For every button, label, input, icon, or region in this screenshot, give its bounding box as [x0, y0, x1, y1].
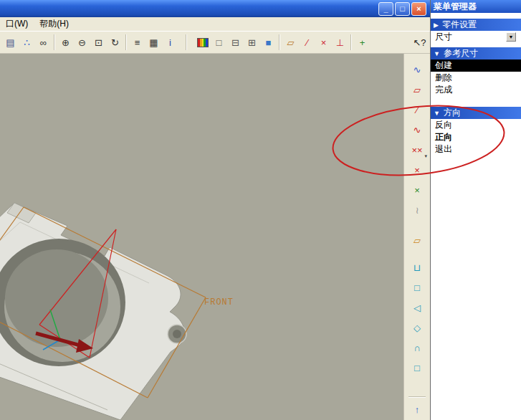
color-palette-icon[interactable]: [194, 34, 211, 51]
rib-icon[interactable]: □: [408, 359, 426, 376]
csys-toggle-icon[interactable]: ⊥: [332, 34, 348, 51]
menu-item-dimension-label: 尺寸: [435, 31, 452, 43]
menu-window[interactable]: 口(W): [6, 18, 28, 30]
dropdown-icon[interactable]: ▼: [506, 32, 516, 42]
expanded-arrow-icon: ▼: [434, 110, 440, 117]
spin-center-toggle-icon[interactable]: +: [354, 34, 371, 51]
menu-header-part-setup[interactable]: ▶ 零件设置: [431, 19, 521, 31]
scroll-up-glyph: ↑: [415, 404, 420, 415]
menu-item-done[interactable]: 完成: [431, 84, 521, 96]
context-help-icon[interactable]: ↖?: [411, 34, 428, 51]
datum-axis-glyph: ≀: [416, 205, 419, 216]
menu-header-direction-label: 方向: [444, 107, 461, 119]
blend-icon[interactable]: ◇: [408, 319, 426, 336]
model-canvas[interactable]: FRONT: [0, 54, 403, 420]
extrude-icon[interactable]: ⊔: [408, 259, 426, 276]
extrude-glyph: ⊔: [414, 262, 421, 273]
datum-curve-icon[interactable]: ∿: [408, 61, 426, 78]
menu-manager-panel: 菜单管理器 ▶ 零件设置 尺寸 ▼ ▼ 参考尺寸 创建 删除 完成 ▼ 方向 反…: [430, 0, 521, 420]
layer-glyph: ≡: [135, 37, 140, 48]
app-screen: _ □ × 口(W) 帮助(H) ▤ ∴ ∞ ⊕ ⊖ ⊡ ↻ ≡ ▦ i □ ⊟…: [0, 0, 521, 420]
menu-header-ref-dimension[interactable]: ▼ 参考尺寸: [431, 47, 521, 59]
model-viewport: FRONT: [0, 54, 403, 420]
reorient-glyph: ↻: [111, 37, 119, 48]
hidden-line-display-icon[interactable]: ⊟: [227, 34, 244, 51]
sweep-glyph: ◁: [414, 302, 421, 313]
chevron-down-icon[interactable]: ▾: [424, 153, 427, 159]
datum-point-toggle-icon[interactable]: ×: [315, 34, 332, 51]
menu-item-dimension[interactable]: 尺寸 ▼: [431, 31, 521, 43]
menu-item-quit[interactable]: 退出: [431, 143, 521, 156]
spin-center-glyph: +: [360, 37, 365, 48]
datum-axis-glyph: ∕: [306, 37, 307, 48]
no-hidden-display-icon[interactable]: ⊞: [244, 34, 260, 51]
datum-point-glyph: ×: [321, 37, 327, 48]
menu-header-ref-dimension-label: 参考尺寸: [444, 47, 478, 59]
find-icon[interactable]: ∞: [35, 34, 52, 51]
find-glyph: ∞: [40, 37, 47, 48]
datum-csys-icon[interactable]: ×: [408, 161, 426, 178]
rib-glyph: □: [414, 363, 420, 373]
collapsed-arrow-icon: ▶: [434, 22, 439, 29]
wireframe-glyph: □: [216, 37, 222, 48]
menu-item-reverse[interactable]: 反向: [431, 119, 521, 131]
revolve-glyph: □: [414, 282, 420, 293]
sweep-icon[interactable]: ◁: [408, 299, 426, 316]
zoom-in-icon[interactable]: ⊕: [57, 34, 74, 51]
main-titlebar[interactable]: _ □ ×: [0, 0, 430, 17]
spacer: [431, 13, 521, 19]
datum-plane-toggle-icon[interactable]: ▱: [282, 34, 299, 51]
datum-axis-icon[interactable]: ≀: [408, 201, 426, 219]
info-icon[interactable]: i: [162, 34, 178, 51]
datum-axis-toggle-icon[interactable]: ∕: [299, 34, 315, 51]
blend-glyph: ◇: [414, 323, 421, 333]
spacer: [431, 96, 521, 107]
sketch-point-icon[interactable]: ××▾: [408, 141, 426, 158]
close-button[interactable]: ×: [411, 2, 426, 16]
menu-manager-titlebar[interactable]: 菜单管理器: [431, 0, 521, 13]
surface-icon[interactable]: ▱: [408, 232, 426, 249]
shaded-display-icon[interactable]: ■: [260, 34, 277, 51]
wireframe-display-icon[interactable]: □: [211, 34, 227, 51]
sketch-spline-glyph: ∿: [414, 125, 421, 135]
minimize-button[interactable]: _: [378, 2, 393, 16]
view-manager-icon[interactable]: ▦: [145, 34, 162, 51]
round-glyph: ∩: [414, 343, 420, 353]
menubar: 口(W) 帮助(H): [0, 17, 430, 31]
workarea: FRONT ∿ ▱ ∕ ∿ ××▾ × × ≀ ▱ ⊔ □ ◁ ◇ ∩ □ ↑: [0, 54, 430, 420]
restore-button[interactable]: □: [395, 2, 410, 16]
menu-item-delete[interactable]: 删除: [431, 72, 521, 84]
menu-item-create[interactable]: 创建: [431, 59, 521, 72]
menu-header-direction[interactable]: ▼ 方向: [431, 107, 521, 119]
scroll-up-icon[interactable]: ↑: [408, 401, 426, 418]
toolbar-separator: [350, 34, 352, 50]
front-datum-label: FRONT: [204, 297, 234, 307]
menu-help[interactable]: 帮助(H): [39, 18, 69, 30]
sketch-spline-icon[interactable]: ∿: [408, 121, 426, 138]
lobe-hole-inner: [173, 330, 181, 338]
print-glyph: ▤: [6, 37, 14, 48]
round-icon[interactable]: ∩: [408, 339, 426, 356]
surface-glyph: ▱: [414, 235, 421, 246]
datum-plane-glyph: ▱: [287, 37, 295, 48]
refit-glyph: ⊡: [95, 37, 102, 48]
layer-icon[interactable]: ≡: [129, 34, 145, 51]
revolve-icon[interactable]: □: [408, 279, 426, 296]
datum-point-icon[interactable]: ×: [408, 181, 426, 199]
refit-icon[interactable]: ⊡: [90, 34, 107, 51]
feature-toolbar: ∿ ▱ ∕ ∿ ××▾ × × ≀ ▱ ⊔ □ ◁ ◇ ∩ □ ↑: [403, 54, 430, 420]
zoom-out-icon[interactable]: ⊖: [74, 34, 90, 51]
hidden-line-glyph: ⊟: [231, 37, 239, 48]
sketch-line-glyph: ∕: [416, 105, 418, 115]
zoom-in-glyph: ⊕: [62, 37, 70, 48]
main-toolbar: ▤ ∴ ∞ ⊕ ⊖ ⊡ ↻ ≡ ▦ i □ ⊟ ⊞ ■ ▱ ∕ × ⊥ + ↖?: [0, 31, 430, 54]
model-tree-glyph: ∴: [24, 37, 29, 48]
model-tree-icon[interactable]: ∴: [19, 34, 35, 51]
sketch-line-icon[interactable]: ∕: [408, 101, 426, 118]
sketch-rect-icon[interactable]: ▱: [408, 81, 426, 98]
print-icon[interactable]: ▤: [2, 34, 19, 51]
menu-item-forward[interactable]: 正向: [431, 131, 521, 143]
sketch-point-glyph: ××: [411, 145, 422, 156]
reorient-icon[interactable]: ↻: [107, 34, 123, 51]
color-palette-glyph: [197, 38, 209, 47]
